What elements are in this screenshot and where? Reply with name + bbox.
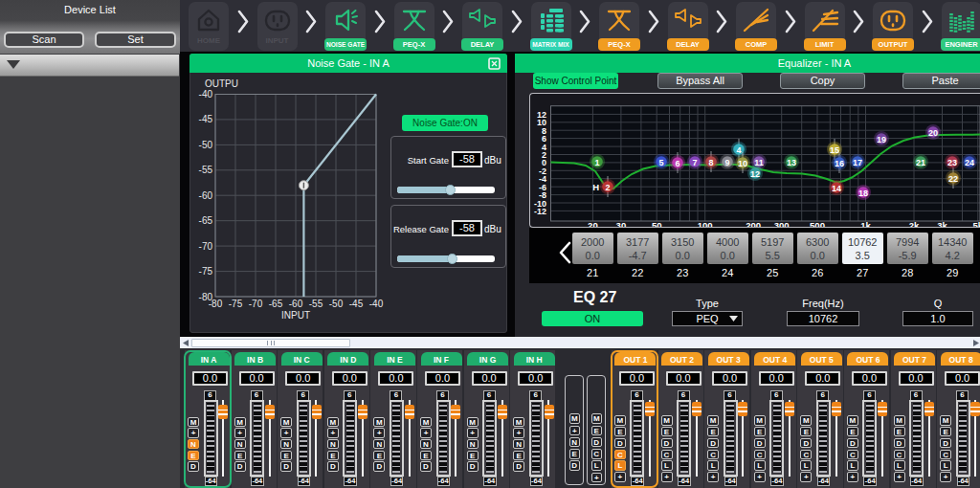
svg-text:-75: -75: [199, 266, 213, 277]
svg-text:7: 7: [692, 158, 697, 167]
svg-text:1k: 1k: [860, 220, 871, 228]
svg-text:2: 2: [605, 183, 610, 192]
svg-text:-65: -65: [199, 215, 213, 226]
svg-text:19: 19: [877, 135, 886, 144]
svg-text:-65: -65: [269, 299, 283, 309]
svg-text:4: 4: [736, 145, 741, 155]
svg-text:-40: -40: [369, 299, 384, 309]
svg-text:-40: -40: [199, 89, 213, 100]
svg-text:-55: -55: [199, 165, 213, 175]
svg-text:50: 50: [652, 220, 662, 228]
svg-text:20: 20: [928, 128, 938, 138]
svg-text:-45: -45: [199, 114, 213, 124]
svg-text:14: 14: [832, 184, 841, 193]
svg-text:5k: 5k: [973, 220, 980, 228]
svg-text:100: 100: [698, 220, 713, 228]
svg-text:-70: -70: [199, 241, 213, 252]
svg-text:-50: -50: [199, 140, 213, 150]
svg-text:20: 20: [588, 220, 598, 228]
svg-text:30: 30: [616, 220, 627, 228]
svg-text:9: 9: [724, 158, 729, 167]
svg-text:11: 11: [754, 158, 764, 167]
svg-text:16: 16: [835, 159, 844, 168]
svg-text:-50: -50: [329, 299, 344, 309]
svg-text:6: 6: [675, 159, 679, 168]
svg-text:-55: -55: [309, 299, 323, 309]
svg-text:-80: -80: [209, 299, 223, 309]
svg-text:21: 21: [916, 158, 925, 167]
svg-text:12: 12: [750, 169, 760, 179]
svg-text:OUTPU: OUTPU: [205, 78, 238, 89]
svg-text:2k: 2k: [909, 220, 920, 228]
svg-text:5: 5: [658, 158, 663, 167]
svg-text:1: 1: [594, 158, 599, 167]
svg-text:200: 200: [746, 220, 761, 228]
svg-text:3k: 3k: [937, 220, 947, 228]
svg-text:10: 10: [738, 159, 747, 168]
svg-text:-45: -45: [349, 299, 364, 309]
svg-text:-60: -60: [289, 299, 303, 309]
svg-text:-75: -75: [229, 299, 243, 309]
svg-text:500: 500: [810, 220, 825, 228]
svg-text:-60: -60: [199, 190, 213, 201]
svg-text:24: 24: [965, 158, 974, 167]
svg-text:17: 17: [853, 158, 862, 167]
svg-text:15: 15: [830, 145, 839, 155]
svg-text:18: 18: [858, 189, 868, 198]
svg-text:-12: -12: [534, 207, 546, 216]
svg-text:13: 13: [787, 158, 796, 167]
svg-text:300: 300: [774, 220, 790, 228]
svg-text:23: 23: [947, 158, 957, 167]
svg-text:-70: -70: [249, 299, 263, 309]
svg-text:H: H: [592, 182, 599, 192]
svg-text:INPUT: INPUT: [281, 310, 310, 321]
svg-text:8: 8: [708, 158, 713, 167]
svg-text:22: 22: [948, 174, 958, 184]
